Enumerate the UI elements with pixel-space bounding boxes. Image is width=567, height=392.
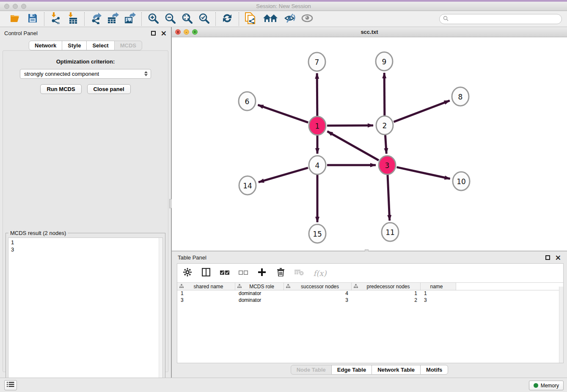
toggle-graphics-details-button[interactable] [285,14,296,25]
float-panel-icon[interactable] [151,31,156,36]
save-session-button[interactable] [27,14,38,25]
create-column-button[interactable] [257,268,267,278]
tab-select[interactable]: Select [86,41,114,50]
table-scrollbar[interactable] [559,287,563,363]
close-panel-button[interactable]: Close panel [87,84,131,94]
export-network-button[interactable] [91,14,102,25]
column-header-shared-name[interactable]: shared name [177,283,235,290]
window-titlebar: Session: New Session [0,0,567,11]
tab-node-table[interactable]: Node Table [291,365,332,375]
unselect-all-columns-button[interactable] [238,268,248,278]
delete-table-button[interactable] [294,268,304,278]
table-cell[interactable]: 1 [421,290,456,297]
tree-icon [354,284,358,290]
refresh-button[interactable] [222,14,233,25]
select-all-columns-button[interactable] [220,268,230,278]
memory-status-icon [534,383,538,388]
edge-4-14[interactable] [259,168,308,182]
select-stepper-icon [144,71,148,76]
table-row[interactable]: 3dominator323 [177,297,563,304]
import-table-button[interactable] [67,14,78,25]
edge-1-2[interactable] [327,125,373,126]
edge-3-10[interactable] [396,167,450,179]
zoom-in-button[interactable] [148,14,159,25]
mcds-result-text[interactable]: 1 3 [8,237,163,390]
export-network-icon [91,12,102,26]
float-panel-icon[interactable] [545,255,550,260]
show-columns-button[interactable] [201,268,211,278]
node-label-4: 4 [315,161,320,170]
delete-table-icon [295,269,304,277]
trash-icon [277,268,284,278]
tab-network-table[interactable]: Network Table [372,365,421,375]
table-settings-button[interactable] [182,268,193,278]
edge-2-9[interactable] [384,73,385,116]
tab-edge-table[interactable]: Edge Table [331,365,372,375]
function-builder-button[interactable]: f(x) [313,268,327,278]
task-history-button[interactable] [4,380,17,390]
network-graph[interactable]: 1234678910111415 [172,37,567,251]
tab-motifs[interactable]: Motifs [420,365,448,375]
clone-network-button[interactable] [245,14,256,25]
tab-network[interactable]: Network [29,41,62,50]
node-label-8: 8 [458,93,463,101]
table-cell[interactable]: 4 [284,290,352,297]
column-label: predecessor nodes [360,284,420,290]
control-panel-header: Control Panel ⨯ [0,27,171,39]
column-header-predecessor-nodes[interactable]: predecessor nodes [352,283,421,290]
mcds-result-lines: 1 3 [11,239,14,253]
edge-2-3[interactable] [385,135,386,154]
column-header-successor-nodes[interactable]: successor nodes [284,283,352,290]
memory-button[interactable]: Memory [529,381,564,390]
column-header-name[interactable]: name [421,283,456,290]
column-header-MCDS-role[interactable]: MCDS role [235,283,284,290]
edge-1-6[interactable] [258,105,308,123]
node-table-container: f(x) shared nameMCDS rolesuccessor nodes… [177,263,564,363]
close-panel-icon[interactable]: ⨯ [161,31,167,36]
criterion-select-value: strongly connected component [24,71,99,77]
export-table-button[interactable] [107,14,118,25]
network-window-titlebar[interactable]: x - + scc.txt [172,27,567,37]
zoom-selected-button[interactable] [198,14,209,25]
table-tabs: Node Table Edge Table Network Table Moti… [172,365,567,375]
table-cell[interactable]: 1 [352,290,421,297]
result-scrollbar[interactable] [159,238,162,389]
table-cell[interactable]: 1 [177,290,235,297]
table-cell[interactable]: dominator [235,290,284,297]
zoom-selected-icon [198,13,209,25]
checked-boxes-icon [220,269,229,277]
search-input[interactable] [449,16,561,22]
open-session-button[interactable] [10,14,21,25]
close-panel-icon[interactable]: ⨯ [555,255,561,260]
birdseye-view-button[interactable] [302,14,313,25]
node-label-3: 3 [385,161,390,170]
run-mcds-button[interactable]: Run MCDS [40,84,81,94]
tab-mcds[interactable]: MCDS [114,41,142,50]
table-cell[interactable]: 2 [352,297,421,304]
criterion-select[interactable]: strongly connected component [20,69,151,79]
search-field[interactable] [439,14,562,24]
zoom-out-button[interactable] [165,14,176,25]
table-cell[interactable]: 3 [284,297,352,304]
eye-slash-icon [284,13,296,25]
unchecked-boxes-icon [239,269,248,277]
tab-style[interactable]: Style [62,41,87,50]
node-label-10: 10 [457,177,466,186]
column-label: shared name [185,284,235,290]
table-cell[interactable]: 3 [177,297,235,304]
import-network-button[interactable] [50,14,61,25]
edge-3-1[interactable] [328,131,379,160]
manage-networks-button[interactable] [262,14,279,25]
table-cell[interactable]: dominator [235,297,284,304]
table-cell[interactable]: 3 [421,297,456,304]
memory-label: Memory [541,383,559,389]
delete-column-button[interactable] [275,268,286,278]
edge-3-11[interactable] [388,175,390,221]
zoom-fit-button[interactable] [182,14,193,25]
network-canvas[interactable]: 1234678910111415 [172,37,567,251]
export-image-button[interactable] [124,14,135,25]
table-panel-title: Table Panel [178,254,206,261]
edge-2-8[interactable] [394,101,450,122]
edge-1-7[interactable] [317,73,317,116]
table-row[interactable]: 1dominator411 [177,290,563,297]
